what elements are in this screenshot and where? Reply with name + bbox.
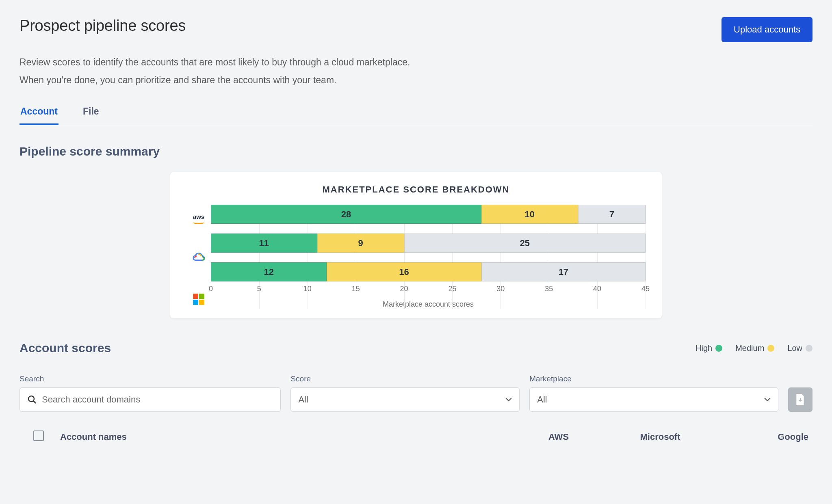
legend-high-dot-icon bbox=[715, 345, 722, 352]
marketplace-filter-select[interactable]: All bbox=[529, 387, 778, 412]
score-filter-label: Score bbox=[290, 374, 520, 383]
google-cloud-icon bbox=[186, 249, 211, 268]
score-filter-select[interactable]: All bbox=[290, 387, 520, 412]
upload-accounts-button[interactable]: Upload accounts bbox=[722, 17, 812, 42]
chart-x-axis-ticks: 051015202530354045 bbox=[211, 285, 646, 294]
svg-point-0 bbox=[28, 396, 34, 402]
search-input-wrapper bbox=[20, 387, 281, 412]
marketplace-filter-label: Marketplace bbox=[529, 374, 778, 383]
microsoft-icon bbox=[186, 290, 211, 309]
summary-section-title: Pipeline score summary bbox=[20, 145, 812, 158]
chart-segment-microsoft-medium: 16 bbox=[327, 262, 481, 281]
search-label: Search bbox=[20, 374, 281, 383]
legend-low-dot-icon bbox=[806, 345, 812, 352]
col-microsoft[interactable]: Microsoft bbox=[609, 432, 711, 442]
page-title: Prospect pipeline scores bbox=[20, 17, 186, 35]
chevron-down-icon bbox=[764, 398, 771, 402]
table-header: Account names AWS Microsoft Google bbox=[20, 430, 812, 443]
desc-line-1: Review scores to identify the accounts t… bbox=[20, 54, 812, 71]
legend-low-label: Low bbox=[787, 344, 802, 353]
col-google[interactable]: Google bbox=[711, 432, 812, 442]
chevron-down-icon bbox=[505, 398, 512, 402]
chart-segment-microsoft-high: 12 bbox=[211, 262, 327, 281]
chart-segment-google-cloud-high: 11 bbox=[211, 234, 317, 253]
legend-medium-dot-icon bbox=[767, 345, 774, 352]
account-scores-title: Account scores bbox=[20, 341, 111, 355]
chart-segment-aws-low: 7 bbox=[578, 205, 646, 224]
legend-medium-label: Medium bbox=[735, 344, 764, 353]
page-description: Review scores to identify the accounts t… bbox=[20, 54, 812, 89]
chart-segment-aws-high: 28 bbox=[211, 205, 481, 224]
aws-icon: aws bbox=[186, 207, 211, 226]
file-download-icon bbox=[795, 394, 806, 406]
col-aws[interactable]: AWS bbox=[508, 432, 609, 442]
marketplace-filter-value: All bbox=[537, 394, 547, 405]
select-all-checkbox[interactable] bbox=[33, 430, 44, 441]
legend: High Medium Low bbox=[696, 344, 812, 353]
tab-file[interactable]: File bbox=[82, 106, 100, 125]
search-input[interactable] bbox=[42, 394, 273, 405]
search-icon bbox=[27, 395, 37, 404]
svg-line-1 bbox=[33, 401, 36, 403]
desc-line-2: When you're done, you can prioritize and… bbox=[20, 71, 812, 89]
chart-bar-row-google-cloud: 11925 bbox=[211, 234, 646, 253]
chart-segment-aws-medium: 10 bbox=[481, 205, 578, 224]
chart-segment-google-cloud-low: 25 bbox=[404, 234, 646, 253]
score-filter-value: All bbox=[298, 394, 308, 405]
tab-account[interactable]: Account bbox=[20, 106, 58, 125]
chart-card: MARKETPLACE SCORE BREAKDOWN aws 28107119… bbox=[170, 172, 662, 318]
download-button[interactable] bbox=[788, 387, 812, 412]
col-account-names[interactable]: Account names bbox=[60, 432, 508, 442]
tab-bar: Account File bbox=[20, 106, 812, 125]
chart-segment-microsoft-low: 17 bbox=[481, 262, 646, 281]
chart-bar-row-aws: 28107 bbox=[211, 205, 646, 224]
chart-segment-google-cloud-medium: 9 bbox=[317, 234, 404, 253]
legend-high-label: High bbox=[696, 344, 712, 353]
chart-title: MARKETPLACE SCORE BREAKDOWN bbox=[186, 184, 646, 195]
chart-bar-row-microsoft: 121617 bbox=[211, 262, 646, 281]
